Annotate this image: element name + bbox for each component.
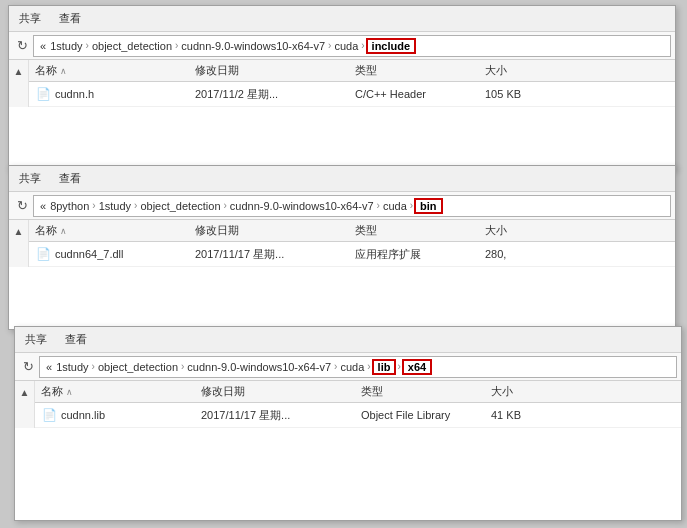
view-btn-win1[interactable]: 查看 (55, 10, 85, 27)
file-size-cudnnh: 105 KB (485, 88, 565, 100)
file-size-dll: 280, (485, 248, 565, 260)
crumb-include[interactable]: include (366, 38, 417, 54)
toolbar-win1: 共享 查看 (9, 6, 675, 32)
file-name-dll: cudnn64_7.dll (55, 248, 124, 260)
crumb-objdet-win2[interactable]: object_detection (138, 200, 222, 212)
crumb-nav-win3: « (44, 361, 54, 373)
file-type-cudnnh: C/C++ Header (355, 88, 485, 100)
sidebar-win2: ▲ (9, 220, 29, 267)
col-name-sort-icon: ∧ (60, 66, 67, 76)
file-list-area-win3: ▲ 名称 ∧ 修改日期 类型 大小 📄 (15, 381, 681, 428)
col-type-label-win3: 类型 (361, 384, 383, 399)
crumb-8python[interactable]: 8python (48, 200, 91, 212)
col-header-type-win1[interactable]: 类型 (355, 63, 485, 78)
sidebar-up-win2[interactable]: ▲ (14, 226, 24, 237)
share-btn-win3[interactable]: 共享 (21, 331, 51, 348)
crumb-objdet-win3[interactable]: object_detection (96, 361, 180, 373)
file-type-dll: 应用程序扩展 (355, 247, 485, 262)
breadcrumb-win3[interactable]: « 1study › object_detection › cudnn-9.0-… (39, 356, 677, 378)
file-name-cudnnh: cudnn.h (55, 88, 94, 100)
file-name-cell-cudnnh: 📄 cudnn.h (35, 86, 195, 102)
file-type-lib: Object File Library (361, 409, 491, 421)
col-date-label-win3: 修改日期 (201, 384, 245, 399)
file-name-cell-lib: 📄 cudnn.lib (41, 407, 201, 423)
crumb-1study[interactable]: 1study (48, 40, 84, 52)
window-include: 共享 查看 ↻ « 1study › object_detection › cu… (8, 5, 676, 170)
col-size-label: 大小 (485, 63, 507, 78)
crumb-bin[interactable]: bin (414, 198, 443, 214)
crumb-cudnn[interactable]: cudnn-9.0-windows10-x64-v7 (179, 40, 327, 52)
col-header-size-win2[interactable]: 大小 (485, 223, 565, 238)
address-bar-win1: ↻ « 1study › object_detection › cudnn-9.… (9, 32, 675, 60)
col-header-name-win1[interactable]: 名称 ∧ (35, 63, 195, 78)
file-name-cell-dll: 📄 cudnn64_7.dll (35, 246, 195, 262)
table-header-win2: 名称 ∧ 修改日期 类型 大小 (29, 220, 675, 242)
sidebar-win1: ▲ (9, 60, 29, 107)
file-date-cudnnh: 2017/11/2 星期... (195, 87, 355, 102)
crumb-1study-win3[interactable]: 1study (54, 361, 90, 373)
table-row[interactable]: 📄 cudnn.lib 2017/11/17 星期... Object File… (35, 403, 681, 428)
col-header-name-win3[interactable]: 名称 ∧ (41, 384, 201, 399)
crumb-nav: « (38, 40, 48, 52)
col-size-label-win2: 大小 (485, 223, 507, 238)
sidebar-win3: ▲ (15, 381, 35, 428)
col-header-date-win1[interactable]: 修改日期 (195, 63, 355, 78)
window-bin: 共享 查看 ↻ « 8python › 1study › object_dete… (8, 165, 676, 330)
file-icon-dll: 📄 (35, 246, 51, 262)
col-name-label-win2: 名称 (35, 223, 57, 238)
sidebar-up-win3[interactable]: ▲ (20, 387, 30, 398)
sidebar-up-win1[interactable]: ▲ (14, 66, 24, 77)
file-icon-lib: 📄 (41, 407, 57, 423)
col-header-type-win3[interactable]: 类型 (361, 384, 491, 399)
breadcrumb-win1[interactable]: « 1study › object_detection › cudnn-9.0-… (33, 35, 671, 57)
crumb-objdet[interactable]: object_detection (90, 40, 174, 52)
file-name-lib: cudnn.lib (61, 409, 105, 421)
crumb-cuda-win3[interactable]: cuda (338, 361, 366, 373)
window-lib-x64: 共享 查看 ↻ « 1study › object_detection › cu… (14, 326, 682, 521)
col-name-label: 名称 (35, 63, 57, 78)
crumb-1study-win2[interactable]: 1study (97, 200, 133, 212)
col-header-name-win2[interactable]: 名称 ∧ (35, 223, 195, 238)
col-type-label: 类型 (355, 63, 377, 78)
crumb-cudnn-win3[interactable]: cudnn-9.0-windows10-x64-v7 (185, 361, 333, 373)
refresh-btn-win2[interactable]: ↻ (13, 197, 31, 215)
crumb-cuda[interactable]: cuda (332, 40, 360, 52)
refresh-btn-win1[interactable]: ↻ (13, 37, 31, 55)
view-btn-win2[interactable]: 查看 (55, 170, 85, 187)
file-icon-cudnnh: 📄 (35, 86, 51, 102)
share-btn-win2[interactable]: 共享 (15, 170, 45, 187)
file-table-win1: 名称 ∧ 修改日期 类型 大小 📄 cudnn.h 2017/11/2 (29, 60, 675, 107)
col-header-date-win2[interactable]: 修改日期 (195, 223, 355, 238)
crumb-cudnn-win2[interactable]: cudnn-9.0-windows10-x64-v7 (228, 200, 376, 212)
col-header-date-win3[interactable]: 修改日期 (201, 384, 361, 399)
col-header-size-win3[interactable]: 大小 (491, 384, 571, 399)
refresh-btn-win3[interactable]: ↻ (19, 358, 37, 376)
table-header-win1: 名称 ∧ 修改日期 类型 大小 (29, 60, 675, 82)
crumb-nav-win2: « (38, 200, 48, 212)
col-header-size-win1[interactable]: 大小 (485, 63, 565, 78)
col-header-type-win2[interactable]: 类型 (355, 223, 485, 238)
table-row[interactable]: 📄 cudnn64_7.dll 2017/11/17 星期... 应用程序扩展 … (29, 242, 675, 267)
col-name-label-win3: 名称 (41, 384, 63, 399)
file-size-lib: 41 KB (491, 409, 571, 421)
address-bar-win2: ↻ « 8python › 1study › object_detection … (9, 192, 675, 220)
crumb-cuda-win2[interactable]: cuda (381, 200, 409, 212)
col-name-sort-icon-win2: ∧ (60, 226, 67, 236)
col-size-label-win3: 大小 (491, 384, 513, 399)
col-name-sort-icon-win3: ∧ (66, 387, 73, 397)
file-table-win2: 名称 ∧ 修改日期 类型 大小 📄 cudnn64_7.dll 2017 (29, 220, 675, 267)
file-date-lib: 2017/11/17 星期... (201, 408, 361, 423)
file-list-area-win1: ▲ 名称 ∧ 修改日期 类型 大小 📄 (9, 60, 675, 107)
toolbar-win3: 共享 查看 (15, 327, 681, 353)
view-btn-win3[interactable]: 查看 (61, 331, 91, 348)
col-type-label-win2: 类型 (355, 223, 377, 238)
share-btn-win1[interactable]: 共享 (15, 10, 45, 27)
crumb-lib[interactable]: lib (372, 359, 397, 375)
col-date-label: 修改日期 (195, 63, 239, 78)
address-bar-win3: ↻ « 1study › object_detection › cudnn-9.… (15, 353, 681, 381)
file-list-area-win2: ▲ 名称 ∧ 修改日期 类型 大小 📄 (9, 220, 675, 267)
col-date-label-win2: 修改日期 (195, 223, 239, 238)
breadcrumb-win2[interactable]: « 8python › 1study › object_detection › … (33, 195, 671, 217)
crumb-x64[interactable]: x64 (402, 359, 432, 375)
table-row[interactable]: 📄 cudnn.h 2017/11/2 星期... C/C++ Header 1… (29, 82, 675, 107)
